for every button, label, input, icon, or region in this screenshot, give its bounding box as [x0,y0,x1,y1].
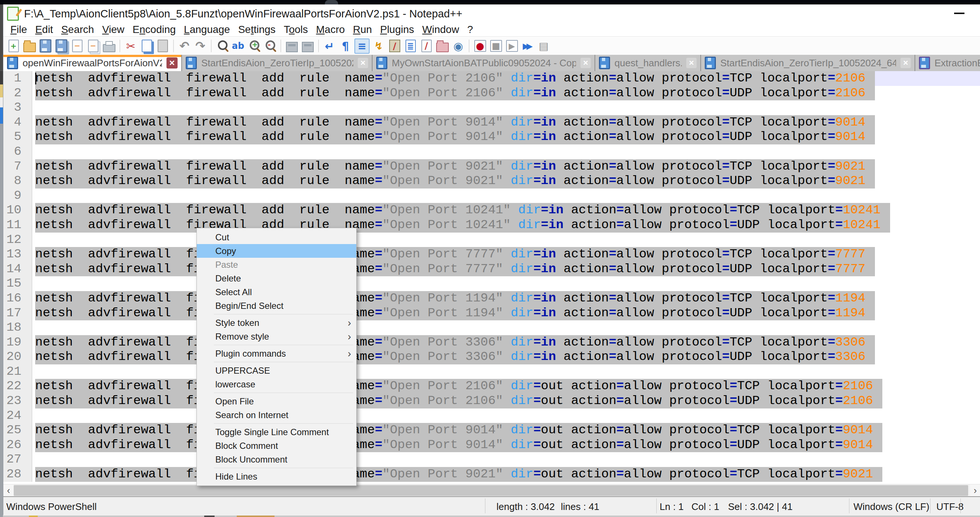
code-line-22[interactable]: 22netsh advfirewall firewall add rule na… [3,379,980,394]
code-line-15[interactable]: 15 [3,276,980,291]
edit-popup-icon[interactable]: / [420,39,433,53]
context-menu-item-begin-end-select[interactable]: Begin/End Select [197,299,356,313]
code-line-7[interactable]: 7netsh advfirewall firewall add rule nam… [3,159,980,174]
macro-stop-icon[interactable]: ■ [489,39,503,53]
status-eol-format[interactable]: Windows (CR LF) [853,501,929,512]
code-line-9[interactable]: 9 [3,188,980,203]
code-line-19[interactable]: 19netsh advfirewall firewall add rule na… [3,335,980,350]
code-line-2[interactable]: 2netsh advfirewall firewall add rule nam… [3,86,980,101]
code-line-3[interactable]: 3 [3,101,980,115]
document-map-icon[interactable]: / [388,39,401,53]
print-icon[interactable] [102,39,116,53]
file-monitoring-icon[interactable]: ◉ [451,39,465,53]
context-menu-item-block-comment[interactable]: Block Comment [197,439,356,453]
close-icon[interactable]: ─ [70,39,84,53]
code-line-5[interactable]: 5netsh advfirewall firewall add rule nam… [3,129,980,144]
menu-file[interactable]: File [6,24,31,35]
code-line-20[interactable]: 20netsh advfirewall firewall add rule na… [3,349,980,364]
menu-plugins[interactable]: Plugins [376,24,418,35]
code-line-26[interactable]: 26netsh advfirewall firewall add rule na… [3,438,980,453]
macro-play-icon[interactable]: ▶ [505,39,519,53]
menu-window[interactable]: Window [418,24,463,35]
code-line-16[interactable]: 16netsh advfirewall firewall add rule na… [3,291,980,306]
tab-close-icon[interactable]: ✕ [358,58,368,68]
macro-record-icon[interactable]: ● [473,39,487,53]
context-menu-item-plugin-commands[interactable]: Plugin commands› [197,347,356,361]
editor-area[interactable]: 1netsh advfirewall firewall add rule nam… [3,71,980,484]
code-line-4[interactable]: 4netsh advfirewall firewall add rule nam… [3,115,980,130]
code-line-11[interactable]: 11netsh advfirewall firewall add rule na… [3,218,980,233]
scroll-left-arrow[interactable]: ‹ [3,484,14,496]
macro-run-multiple-icon[interactable]: ▶▶ [521,39,535,53]
open-file-icon[interactable] [22,39,36,53]
context-menu-item-style-token[interactable]: Style token› [197,316,356,330]
code-line-21[interactable]: 21 [3,364,980,379]
code-line-6[interactable]: 6 [3,144,980,159]
code-line-25[interactable]: 25netsh advfirewall firewall add rule na… [3,423,980,438]
context-menu-item-copy[interactable]: Copy [197,244,356,258]
tab-1[interactable]: openWinFirewaalPortsForAionV2.ps1✕ [3,55,182,71]
context-menu-item-lowercase[interactable]: lowercase [197,377,356,391]
sync-vertical-icon[interactable] [285,39,299,53]
tab-close-icon[interactable]: ✕ [581,58,591,68]
new-file-icon[interactable]: + [7,39,20,53]
zoom-in-icon[interactable]: + [247,39,261,53]
code-line-23[interactable]: 23netsh advfirewall firewall add rule na… [3,394,980,408]
save-all-icon[interactable] [54,39,68,53]
title-bar[interactable]: F:\A_Temp\AionClient5p8\Aion_5.8Funzt\op… [3,5,980,23]
tab-2[interactable]: StartEndisAion_ZeroTierIp_10052024.bat✕ [182,55,372,71]
menu-view[interactable]: View [98,24,128,35]
find-icon[interactable] [215,39,229,53]
tab-4[interactable]: quest_handlers.xml✕ [595,55,701,71]
zoom-out-icon[interactable]: - [263,39,277,53]
code-line-18[interactable]: 18 [3,320,980,335]
scrollbar-thumb[interactable] [14,485,968,496]
folder-as-workspace-icon[interactable] [436,39,449,53]
tab-close-icon[interactable]: ✕ [686,58,697,68]
code-line-27[interactable]: 27 [3,452,980,467]
sync-horizontal-icon[interactable] [301,39,315,53]
cut-icon[interactable]: ✂ [124,39,138,53]
context-menu-item-toggle-single-line-comment[interactable]: Toggle Single Line Comment [197,425,356,439]
close-all-icon[interactable]: ─ [86,39,100,53]
code-line-13[interactable]: 13netsh advfirewall firewall add rule na… [3,247,980,262]
context-menu-item-block-uncomment[interactable]: Block Uncomment [197,453,356,466]
menu-tools[interactable]: Tools [280,24,312,35]
tab-3[interactable]: MyOwnStartAionBATPublic09052024 - Copy.b… [372,55,595,71]
copy-icon[interactable] [140,39,154,53]
menu-run[interactable]: Run [349,24,376,35]
tab-6[interactable]: ExtractionEr [915,55,980,71]
code-line-14[interactable]: 14netsh advfirewall firewall add rule na… [3,262,980,277]
show-all-characters-icon[interactable]: ¶ [339,39,352,53]
tab-close-icon[interactable]: ✕ [167,57,178,69]
context-menu-item-delete[interactable]: Delete [197,271,356,285]
horizontal-scrollbar[interactable]: ‹ › [3,484,980,496]
context-menu-item-remove-style[interactable]: Remove style› [197,330,356,343]
menu-?[interactable]: ? [463,24,477,35]
indent-guide-icon[interactable]: ≡ [355,38,369,54]
code-line-1[interactable]: 1netsh advfirewall firewall add rule nam… [3,71,980,86]
macro-save-icon[interactable]: ▤ [537,39,550,53]
context-menu-item-search-on-internet[interactable]: Search on Internet [197,408,356,422]
status-encoding[interactable]: UTF-8 [936,501,964,512]
code-line-12[interactable]: 12 [3,233,980,247]
scroll-right-arrow[interactable]: › [970,484,980,496]
code-line-17[interactable]: 17netsh advfirewall firewall add rule na… [3,306,980,321]
code-line-28[interactable]: 28netsh advfirewall firewall add rule na… [3,467,980,482]
tab-5[interactable]: StartEndisAion_ZeroTierIp_10052024_64bit… [701,55,915,71]
paste-icon[interactable] [156,39,169,53]
menu-language[interactable]: Language [180,24,234,35]
menu-edit[interactable]: Edit [31,24,57,35]
redo-icon[interactable]: ↷ [194,39,207,53]
context-menu-item-select-all[interactable]: Select All [197,285,356,299]
save-icon[interactable] [38,39,52,53]
context-menu-item-open-file[interactable]: Open File [197,394,356,408]
replace-icon[interactable]: ab [231,39,245,53]
code-line-8[interactable]: 8netsh advfirewall firewall add rule nam… [3,174,980,188]
shortcut-mapper-icon[interactable]: ↯ [372,39,385,53]
context-menu-item-hide-lines[interactable]: Hide Lines [197,469,356,483]
menu-encoding[interactable]: Encoding [128,24,180,35]
context-menu-item-uppercase[interactable]: UPPERCASE [197,364,356,377]
word-wrap-icon[interactable]: ↵ [323,39,336,53]
menu-search[interactable]: Search [57,24,98,35]
